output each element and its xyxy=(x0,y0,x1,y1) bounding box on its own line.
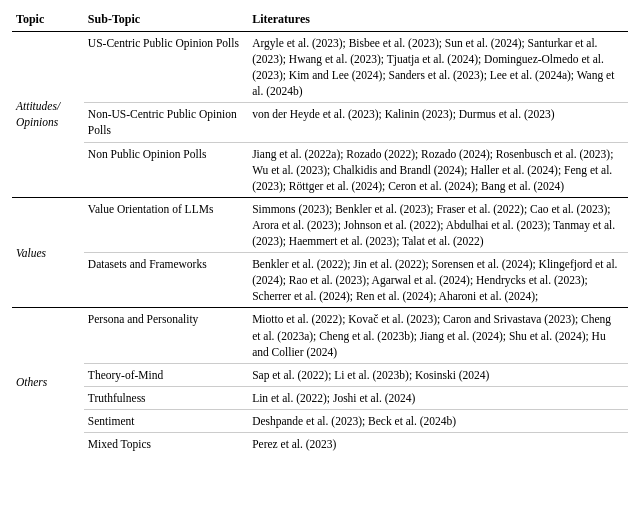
subtopic-cell: Persona and Personality xyxy=(84,308,248,363)
table-row: Datasets and FrameworksBenkler et al. (2… xyxy=(12,253,628,308)
literature-cell: Deshpande et al. (2023); Beck et al. (20… xyxy=(248,409,628,432)
subtopic-cell: Truthfulness xyxy=(84,386,248,409)
literature-cell: Benkler et al. (2022); Jin et al. (2022)… xyxy=(248,253,628,308)
table-row: OthersPersona and PersonalityMiotto et a… xyxy=(12,308,628,363)
table-row: Theory-of-MindSap et al. (2022); Li et a… xyxy=(12,363,628,386)
topic-cell: Values xyxy=(12,197,84,308)
literature-cell: Miotto et al. (2022); Kovač et al. (2023… xyxy=(248,308,628,363)
literature-cell: Jiang et al. (2022a); Rozado (2022); Roz… xyxy=(248,142,628,197)
table-row: ValuesValue Orientation of LLMsSimmons (… xyxy=(12,197,628,252)
subtopic-cell: US-Centric Public Opinion Polls xyxy=(84,32,248,103)
subtopic-cell: Non Public Opinion Polls xyxy=(84,142,248,197)
literature-cell: Argyle et al. (2023); Bisbee et al. (202… xyxy=(248,32,628,103)
subtopic-cell: Non-US-Centric Public Opinion Polls xyxy=(84,103,248,142)
literature-cell: Perez et al. (2023) xyxy=(248,432,628,455)
subtopic-cell: Theory-of-Mind xyxy=(84,363,248,386)
literature-cell: Sap et al. (2022); Li et al. (2023b); Ko… xyxy=(248,363,628,386)
header-literatures: Literatures xyxy=(248,8,628,32)
table-row: Mixed TopicsPerez et al. (2023) xyxy=(12,432,628,455)
table-row: Attitudes/ OpinionsUS-Centric Public Opi… xyxy=(12,32,628,103)
literature-cell: Lin et al. (2022); Joshi et al. (2024) xyxy=(248,386,628,409)
topic-cell: Attitudes/ Opinions xyxy=(12,32,84,198)
subtopic-cell: Value Orientation of LLMs xyxy=(84,197,248,252)
literature-cell: von der Heyde et al. (2023); Kalinin (20… xyxy=(248,103,628,142)
table-row: TruthfulnessLin et al. (2022); Joshi et … xyxy=(12,386,628,409)
subtopic-cell: Sentiment xyxy=(84,409,248,432)
table-row: Non-US-Centric Public Opinion Pollsvon d… xyxy=(12,103,628,142)
table-row: SentimentDeshpande et al. (2023); Beck e… xyxy=(12,409,628,432)
table-row: Non Public Opinion PollsJiang et al. (20… xyxy=(12,142,628,197)
subtopic-cell: Mixed Topics xyxy=(84,432,248,455)
main-table: Topic Sub-Topic Literatures Attitudes/ O… xyxy=(12,8,628,455)
header-topic: Topic xyxy=(12,8,84,32)
literature-cell: Simmons (2023); Benkler et al. (2023); F… xyxy=(248,197,628,252)
topic-cell: Others xyxy=(12,308,84,455)
subtopic-cell: Datasets and Frameworks xyxy=(84,253,248,308)
header-subtopic: Sub-Topic xyxy=(84,8,248,32)
